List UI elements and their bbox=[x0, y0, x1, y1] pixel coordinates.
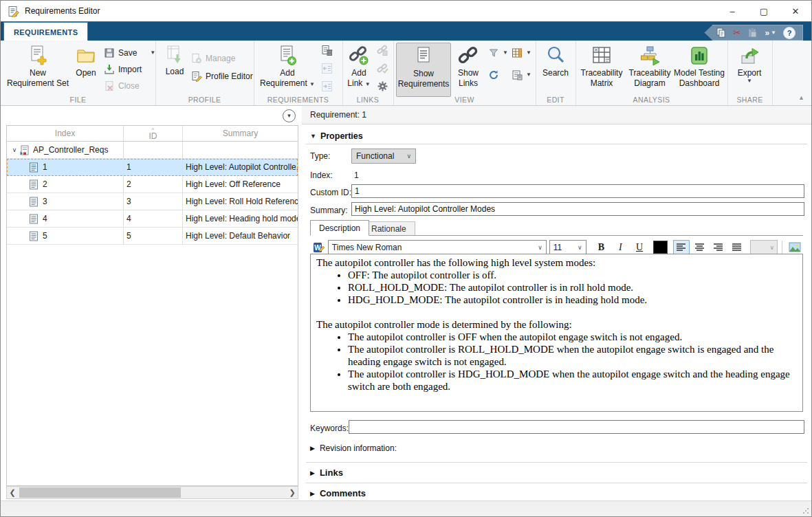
detail-view-button[interactable]: ▼ bbox=[512, 69, 531, 80]
cut-icon[interactable]: ✂ bbox=[733, 28, 740, 37]
horizontal-scrollbar[interactable]: ❮ ❯ bbox=[6, 486, 298, 499]
search-button[interactable]: Search bbox=[538, 43, 573, 78]
table-row-requirement-3[interactable]: 3 3 High Level: Roll Hold Reference bbox=[7, 193, 298, 210]
font-size-dropdown[interactable]: 11 ∨ bbox=[549, 240, 586, 254]
align-right-button[interactable] bbox=[710, 240, 727, 255]
copy-icon[interactable] bbox=[716, 28, 726, 38]
column-header-summary[interactable]: Summary bbox=[183, 126, 298, 141]
summary-field[interactable] bbox=[351, 202, 804, 216]
properties-section-header[interactable]: ▼ Properties bbox=[310, 131, 363, 141]
filter-button[interactable]: ▼ bbox=[488, 47, 508, 58]
links-section-header[interactable]: ▶ Links bbox=[310, 468, 343, 478]
traceability-matrix-button[interactable]: TraceabilityMatrix bbox=[578, 43, 625, 89]
new-requirement-set-button[interactable]: NewRequirement Set bbox=[5, 43, 71, 89]
table-row-requirement-4[interactable]: 4 4 High Level: Heading hold mode... bbox=[7, 210, 298, 228]
scroll-left-icon[interactable]: ❮ bbox=[7, 489, 18, 496]
confirm-link-button[interactable] bbox=[377, 63, 388, 74]
shortcuts-dropdown-icon[interactable]: ▼ bbox=[771, 30, 776, 36]
profile-editor-button[interactable]: Profile Editor bbox=[191, 71, 253, 82]
open-button[interactable]: Open bbox=[71, 43, 101, 78]
export-dropdown-icon[interactable]: ▼ bbox=[747, 78, 752, 84]
add-requirement-button[interactable]: AddRequirement ▼ bbox=[258, 43, 317, 89]
help-icon[interactable]: ? bbox=[783, 27, 795, 39]
expand-links-icon[interactable]: ▶ bbox=[310, 470, 315, 476]
list-style-dropdown[interactable]: ∨ bbox=[750, 240, 778, 254]
expand-comments-icon[interactable]: ▶ bbox=[310, 490, 315, 497]
table-row-requirement-5[interactable]: 5 5 High Level: Default Behavior bbox=[7, 228, 298, 245]
section-analysis: TraceabilityMatrix TraceabilityDiagram M… bbox=[575, 41, 728, 105]
columns-button[interactable]: ▼ bbox=[512, 47, 531, 58]
demote-requirement-button[interactable] bbox=[321, 80, 333, 92]
import-button[interactable]: Import bbox=[104, 64, 142, 75]
traceability-diagram-button[interactable]: TraceabilityDiagram bbox=[626, 43, 673, 89]
collapse-toolstrip-icon[interactable]: ▲ bbox=[798, 94, 804, 101]
delete-link-button[interactable] bbox=[377, 45, 388, 56]
filter-dropdown-icon[interactable]: ▼ bbox=[503, 50, 508, 56]
align-center-button[interactable] bbox=[692, 240, 708, 255]
table-row-requirement-2[interactable]: 2 2 High Level: Off Reference bbox=[7, 176, 298, 193]
font-name-dropdown[interactable]: Times New Roman ∨ bbox=[328, 240, 547, 254]
font-color-swatch[interactable] bbox=[653, 241, 668, 254]
column-header-index[interactable]: Index bbox=[7, 126, 124, 141]
manage-profile-button[interactable]: Manage bbox=[191, 53, 235, 64]
paste-icon[interactable] bbox=[747, 28, 758, 38]
show-requirements-button[interactable]: ShowRequirements bbox=[396, 43, 451, 97]
maximize-button[interactable]: ▢ bbox=[748, 1, 780, 21]
close-set-button[interactable]: Close bbox=[104, 80, 140, 91]
add-link-dropdown-icon[interactable]: ▼ bbox=[365, 81, 371, 87]
promote-requirement-button[interactable] bbox=[321, 63, 333, 74]
close-button[interactable]: ✕ bbox=[780, 1, 811, 21]
italic-button[interactable]: I bbox=[612, 240, 628, 255]
expand-revision-icon[interactable]: ▶ bbox=[310, 445, 315, 452]
revision-information-header[interactable]: ▶ Revision information: bbox=[310, 443, 397, 453]
common-shortcuts-icon[interactable]: » ▼ bbox=[765, 29, 776, 37]
model-testing-dashboard-button[interactable]: Model TestingDashboard bbox=[673, 43, 725, 89]
column-header-id[interactable]: ^ID bbox=[124, 126, 183, 141]
link-settings-button[interactable] bbox=[377, 80, 388, 92]
table-row-requirement-1[interactable]: 1 1 High Level: Autopilot Controlle... bbox=[7, 159, 298, 176]
refresh-button[interactable] bbox=[488, 69, 499, 80]
add-link-button[interactable]: AddLink ▼ bbox=[344, 43, 374, 89]
delete-requirement-button[interactable] bbox=[321, 45, 333, 56]
tab-rationale[interactable]: Rationale bbox=[362, 221, 415, 236]
export-button[interactable]: Export ▼ bbox=[732, 43, 767, 84]
columns-dropdown-icon[interactable]: ▼ bbox=[526, 50, 531, 56]
type-dropdown[interactable]: Functional ∨ bbox=[351, 148, 416, 164]
bold-button[interactable]: B bbox=[593, 240, 610, 255]
align-justify-icon bbox=[732, 243, 742, 252]
add-requirement-dropdown-icon[interactable]: ▼ bbox=[309, 81, 315, 87]
close-set-icon bbox=[104, 80, 115, 91]
description-bullet-list: The autopilot controller is OFF when the… bbox=[316, 331, 797, 393]
show-links-button[interactable]: ShowLinks bbox=[452, 43, 484, 89]
comments-section-header[interactable]: ▶ Comments bbox=[310, 488, 366, 498]
load-profile-button[interactable]: Load bbox=[161, 43, 188, 77]
align-left-button[interactable] bbox=[673, 240, 690, 255]
tree-collapse-icon[interactable]: ∨ bbox=[10, 146, 19, 153]
minimize-button[interactable]: – bbox=[716, 1, 748, 21]
table-row-requirement-set[interactable]: ∨ AP_Controller_Reqs bbox=[7, 142, 298, 159]
insert-image-button[interactable] bbox=[787, 240, 803, 255]
align-justify-button[interactable] bbox=[729, 240, 745, 255]
scroll-right-icon[interactable]: ❯ bbox=[287, 489, 298, 496]
align-center-icon bbox=[694, 243, 705, 252]
description-bullet: ROLL_HOLD_MODE: The autopilot controller… bbox=[348, 281, 797, 294]
underline-button[interactable]: U bbox=[631, 240, 648, 255]
section-label-edit: EDIT bbox=[536, 96, 575, 104]
collapse-properties-icon[interactable]: ▼ bbox=[310, 133, 316, 140]
table-header-row: Index ^ID Summary bbox=[7, 126, 298, 142]
detail-view-dropdown-icon[interactable]: ▼ bbox=[526, 72, 531, 78]
save-button[interactable]: Save ▼ bbox=[104, 47, 155, 58]
panel-options-icon[interactable]: ▼ bbox=[283, 109, 296, 122]
keywords-field[interactable] bbox=[349, 420, 804, 434]
delete-requirement-icon bbox=[321, 45, 333, 56]
open-in-word-button[interactable]: W bbox=[310, 240, 328, 255]
profile-editor-icon bbox=[191, 71, 202, 82]
tab-requirements[interactable]: REQUIREMENTS bbox=[3, 22, 88, 42]
scrollbar-thumb[interactable] bbox=[19, 487, 181, 498]
toolstrip: NewRequirement Set Open Save ▼ Import Cl… bbox=[1, 41, 811, 106]
resize-grip[interactable] bbox=[802, 507, 809, 514]
refresh-icon bbox=[488, 69, 499, 80]
tab-description[interactable]: Description bbox=[310, 220, 369, 236]
description-editor[interactable]: The autopilot controller has the followi… bbox=[310, 254, 803, 412]
custom-id-field[interactable] bbox=[351, 184, 804, 198]
